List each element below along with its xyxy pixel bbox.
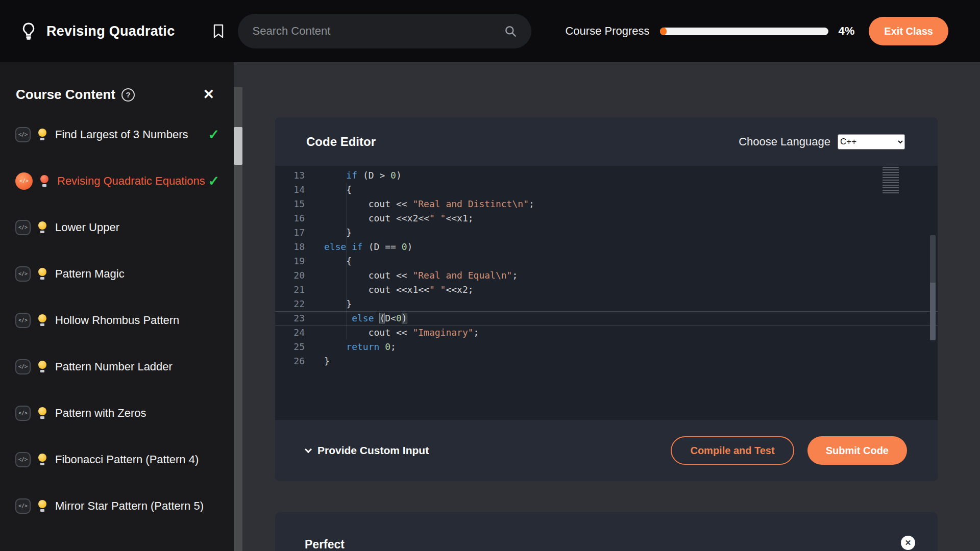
line-code: } [305, 297, 352, 311]
submit-code-button[interactable]: Submit Code [807, 436, 907, 465]
main-content: Code Editor Choose Language C++ 13 if (D… [242, 62, 980, 551]
code-area[interactable]: 13 if (D > 0)14 {15 cout << "Real and Di… [275, 166, 938, 420]
completed-check-icon: ✓ [208, 127, 219, 143]
course-item-label: Pattern Number Ladder [55, 360, 173, 373]
course-item-label: Hollow Rhombus Pattern [55, 314, 179, 327]
line-number: 18 [275, 240, 305, 254]
lightbulb-icon [40, 175, 49, 187]
course-item[interactable]: </> Pattern Number Ladder [0, 343, 234, 390]
course-progress-fill [660, 28, 667, 35]
line-code: { [305, 254, 352, 268]
line-code: else if (D == 0) [305, 240, 412, 254]
course-item[interactable]: </> Pattern with Zeros [0, 390, 234, 436]
lightbulb-icon [38, 407, 47, 419]
line-number: 15 [275, 197, 305, 211]
sidebar-scrollbar[interactable] [234, 87, 242, 551]
line-number: 23 [275, 311, 305, 325]
line-code: } [305, 354, 330, 368]
code-line: 21 cout <<x1<<" "<<x2; [275, 283, 938, 297]
chevron-down-icon [305, 445, 312, 453]
code-editor-header: Code Editor Choose Language C++ [275, 117, 938, 166]
line-code: cout << "Real and Distinct\n"; [305, 197, 534, 211]
brand: Revising Quadratic [19, 21, 175, 41]
course-item[interactable]: </> Pattern Magic [0, 251, 234, 297]
course-item[interactable]: </> Hollow Rhombus Pattern [0, 297, 234, 343]
search-input[interactable] [252, 24, 504, 38]
code-icon: </> [15, 313, 31, 328]
editor-scrollbar[interactable] [930, 235, 936, 340]
code-icon: </> [15, 406, 31, 421]
minimap[interactable] [883, 167, 899, 194]
lightbulb-icon [38, 268, 47, 280]
code-line: 20 cout << "Real and Equal\n"; [275, 268, 938, 283]
topbar: Revising Quadratic Course Progress 4% Ex… [0, 0, 980, 62]
course-item[interactable]: </> Find Largest of 3 Numbers ✓ [0, 111, 234, 158]
language-select[interactable]: C++ [838, 134, 905, 149]
code-editor-panel: Code Editor Choose Language C++ 13 if (D… [275, 117, 938, 481]
line-code: return 0; [305, 340, 396, 354]
course-item-label: Fibonacci Pattern (Pattern 4) [55, 453, 199, 466]
code-line: 19 { [275, 254, 938, 268]
code-line: 16 cout <<x2<<" "<<x1; [275, 211, 938, 226]
code-editor-title: Code Editor [306, 135, 376, 149]
course-item[interactable]: </> Mirror Star Pattern (Pattern 5) [0, 483, 234, 529]
code-icon: </> [15, 172, 33, 190]
code-lines: 13 if (D > 0)14 {15 cout << "Real and Di… [275, 168, 938, 368]
code-line: 15 cout << "Real and Distinct\n"; [275, 197, 938, 211]
course-progress-bar [660, 28, 828, 35]
lightbulb-icon [38, 221, 47, 233]
course-item[interactable]: </> Lower Upper [0, 204, 234, 251]
lightbulb-icon [38, 454, 47, 465]
line-number: 19 [275, 254, 305, 268]
sidebar-close-icon[interactable]: ✕ [203, 88, 214, 102]
code-line: 26} [275, 354, 938, 368]
logo-lightbulb-icon [19, 21, 38, 41]
line-number: 25 [275, 340, 305, 354]
code-icon: </> [15, 498, 31, 514]
line-number: 24 [275, 325, 305, 340]
line-number: 26 [275, 354, 305, 368]
line-number: 17 [275, 226, 305, 240]
exit-class-button[interactable]: Exit Class [869, 17, 948, 45]
code-line: 23 else (D<0) [275, 311, 938, 325]
line-number: 22 [275, 297, 305, 311]
line-code: cout <<x1<<" "<<x2; [305, 283, 474, 297]
line-number: 20 [275, 268, 305, 283]
custom-input-label: Provide Custom Input [317, 444, 429, 457]
course-item-label: Lower Upper [55, 221, 119, 234]
course-list: </> Find Largest of 3 Numbers ✓ </> Revi… [0, 111, 234, 529]
line-number: 21 [275, 283, 305, 297]
course-item[interactable]: </> Revising Quadratic Equations ✓ [0, 158, 234, 204]
code-line: 17 } [275, 226, 938, 240]
bookmark-icon[interactable] [212, 23, 225, 39]
line-number: 14 [275, 183, 305, 197]
lightbulb-icon [38, 129, 47, 140]
search-bar [238, 14, 531, 48]
compile-test-button[interactable]: Compile and Test [671, 436, 794, 465]
course-item[interactable]: </> Fibonacci Pattern (Pattern 4) [0, 436, 234, 483]
course-item-label: Mirror Star Pattern (Pattern 5) [55, 499, 204, 513]
search-icon[interactable] [504, 24, 517, 38]
course-progress-label: Course Progress [565, 24, 649, 38]
line-code: if (D > 0) [305, 168, 402, 183]
line-code: } [305, 226, 352, 240]
line-number: 13 [275, 168, 305, 183]
result-panel: Perfect ✕ [275, 512, 938, 551]
course-item-label: Pattern Magic [55, 267, 125, 281]
help-icon[interactable]: ? [121, 88, 135, 102]
code-line: 24 cout << "Imaginary"; [275, 325, 938, 340]
sidebar-scrollbar-thumb[interactable] [234, 127, 242, 165]
code-icon: </> [15, 359, 31, 374]
course-item-label: Find Largest of 3 Numbers [55, 128, 188, 141]
result-close-icon[interactable]: ✕ [901, 536, 915, 550]
lightbulb-icon [38, 500, 47, 512]
custom-input-toggle[interactable]: Provide Custom Input [306, 444, 429, 457]
code-line: 13 if (D > 0) [275, 168, 938, 183]
sidebar-header: Course Content ? ✕ [0, 62, 234, 103]
indent-guide [346, 183, 347, 340]
code-editor-footer: Provide Custom Input Compile and Test Su… [275, 420, 938, 481]
choose-language-label: Choose Language [739, 135, 830, 148]
code-line: 18else if (D == 0) [275, 240, 938, 254]
course-content-title: Course Content [16, 87, 115, 103]
app-title: Revising Quadratic [46, 23, 175, 39]
